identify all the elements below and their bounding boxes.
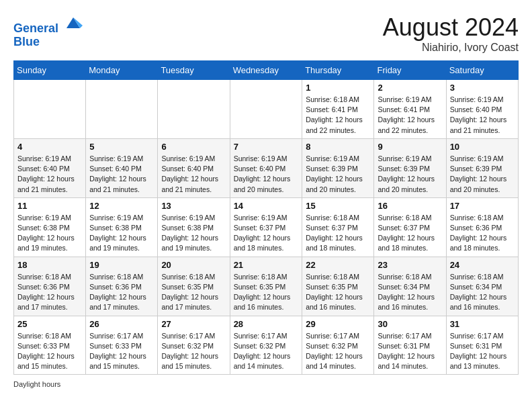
day-info: Sunrise: 6:18 AM Sunset: 6:33 PM Dayligh… (17, 331, 82, 372)
day-number: 25 (17, 319, 82, 329)
calendar-cell: 11Sunrise: 6:19 AM Sunset: 6:38 PM Dayli… (14, 197, 86, 257)
day-info: Sunrise: 6:17 AM Sunset: 6:31 PM Dayligh… (450, 331, 515, 372)
calendar-cell: 10Sunrise: 6:19 AM Sunset: 6:39 PM Dayli… (446, 138, 518, 197)
day-info: Sunrise: 6:18 AM Sunset: 6:35 PM Dayligh… (161, 272, 226, 313)
day-info: Sunrise: 6:19 AM Sunset: 6:40 PM Dayligh… (17, 154, 82, 195)
calendar-cell: 6Sunrise: 6:19 AM Sunset: 6:40 PM Daylig… (158, 138, 230, 197)
day-number: 15 (306, 201, 370, 211)
day-info: Sunrise: 6:18 AM Sunset: 6:37 PM Dayligh… (306, 213, 370, 254)
day-info: Sunrise: 6:18 AM Sunset: 6:41 PM Dayligh… (306, 95, 370, 136)
calendar-cell: 5Sunrise: 6:19 AM Sunset: 6:40 PM Daylig… (86, 138, 158, 197)
location: Niahirio, Ivory Coast (383, 42, 519, 54)
day-info: Sunrise: 6:17 AM Sunset: 6:32 PM Dayligh… (306, 331, 370, 372)
day-number: 26 (89, 319, 154, 329)
calendar-week-row: 4Sunrise: 6:19 AM Sunset: 6:40 PM Daylig… (14, 138, 519, 197)
day-number: 13 (161, 201, 226, 211)
calendar-header-thursday: Thursday (302, 61, 374, 80)
calendar-week-row: 18Sunrise: 6:18 AM Sunset: 6:36 PM Dayli… (14, 257, 519, 316)
calendar-cell: 16Sunrise: 6:18 AM Sunset: 6:37 PM Dayli… (374, 197, 446, 257)
calendar-cell (14, 80, 86, 139)
calendar-cell: 4Sunrise: 6:19 AM Sunset: 6:40 PM Daylig… (14, 138, 86, 197)
calendar-cell: 15Sunrise: 6:18 AM Sunset: 6:37 PM Dayli… (302, 197, 374, 257)
calendar-header-sunday: Sunday (14, 61, 86, 80)
calendar-cell: 24Sunrise: 6:18 AM Sunset: 6:34 PM Dayli… (446, 257, 518, 316)
day-info: Sunrise: 6:18 AM Sunset: 6:35 PM Dayligh… (234, 272, 299, 313)
calendar-cell: 22Sunrise: 6:18 AM Sunset: 6:35 PM Dayli… (302, 257, 374, 316)
calendar-cell: 18Sunrise: 6:18 AM Sunset: 6:36 PM Dayli… (14, 257, 86, 316)
calendar-cell: 25Sunrise: 6:18 AM Sunset: 6:33 PM Dayli… (14, 316, 86, 375)
calendar-week-row: 11Sunrise: 6:19 AM Sunset: 6:38 PM Dayli… (14, 197, 519, 257)
day-number: 2 (378, 83, 442, 93)
calendar-table: SundayMondayTuesdayWednesdayThursdayFrid… (13, 60, 519, 375)
calendar-cell: 30Sunrise: 6:17 AM Sunset: 6:31 PM Dayli… (374, 316, 446, 375)
calendar-cell: 8Sunrise: 6:19 AM Sunset: 6:39 PM Daylig… (302, 138, 374, 197)
day-number: 6 (161, 142, 226, 152)
calendar-cell (86, 80, 158, 139)
day-number: 27 (161, 319, 226, 329)
day-number: 24 (450, 260, 515, 270)
day-number: 21 (234, 260, 299, 270)
calendar-cell: 20Sunrise: 6:18 AM Sunset: 6:35 PM Dayli… (158, 257, 230, 316)
calendar-week-row: 25Sunrise: 6:18 AM Sunset: 6:33 PM Dayli… (14, 316, 519, 375)
day-info: Sunrise: 6:18 AM Sunset: 6:36 PM Dayligh… (450, 213, 515, 254)
day-number: 28 (234, 319, 299, 329)
calendar-cell: 12Sunrise: 6:19 AM Sunset: 6:38 PM Dayli… (86, 197, 158, 257)
day-number: 12 (89, 201, 154, 211)
calendar-header-saturday: Saturday (446, 61, 518, 80)
day-info: Sunrise: 6:19 AM Sunset: 6:39 PM Dayligh… (378, 154, 442, 195)
calendar-cell: 13Sunrise: 6:19 AM Sunset: 6:38 PM Dayli… (158, 197, 230, 257)
day-info: Sunrise: 6:19 AM Sunset: 6:38 PM Dayligh… (89, 213, 154, 254)
daylight-label: Daylight hours (13, 380, 60, 388)
day-number: 7 (234, 142, 299, 152)
day-info: Sunrise: 6:17 AM Sunset: 6:33 PM Dayligh… (89, 331, 154, 372)
month-title: August 2024 (383, 13, 519, 42)
calendar-cell: 19Sunrise: 6:18 AM Sunset: 6:36 PM Dayli… (86, 257, 158, 316)
calendar-cell (158, 80, 230, 139)
day-number: 17 (450, 201, 515, 211)
day-number: 22 (306, 260, 370, 270)
calendar-cell: 28Sunrise: 6:17 AM Sunset: 6:32 PM Dayli… (230, 316, 302, 375)
calendar-header-friday: Friday (374, 61, 446, 80)
day-number: 1 (306, 83, 370, 93)
calendar-cell: 21Sunrise: 6:18 AM Sunset: 6:35 PM Dayli… (230, 257, 302, 316)
day-number: 18 (17, 260, 82, 270)
page-header: General Blue August 2024 Niahirio, Ivory… (13, 13, 519, 54)
day-number: 9 (378, 142, 442, 152)
title-block: August 2024 Niahirio, Ivory Coast (383, 13, 519, 54)
day-info: Sunrise: 6:18 AM Sunset: 6:34 PM Dayligh… (378, 272, 442, 313)
day-info: Sunrise: 6:19 AM Sunset: 6:38 PM Dayligh… (161, 213, 226, 254)
day-info: Sunrise: 6:19 AM Sunset: 6:37 PM Dayligh… (234, 213, 299, 254)
day-info: Sunrise: 6:19 AM Sunset: 6:39 PM Dayligh… (306, 154, 370, 195)
logo-text: General (13, 13, 83, 36)
day-info: Sunrise: 6:18 AM Sunset: 6:37 PM Dayligh… (378, 213, 442, 254)
day-number: 31 (450, 319, 515, 329)
day-number: 14 (234, 201, 299, 211)
day-info: Sunrise: 6:19 AM Sunset: 6:40 PM Dayligh… (450, 95, 515, 136)
day-number: 16 (378, 201, 442, 211)
calendar-cell: 2Sunrise: 6:19 AM Sunset: 6:41 PM Daylig… (374, 80, 446, 139)
calendar-cell: 27Sunrise: 6:17 AM Sunset: 6:32 PM Dayli… (158, 316, 230, 375)
day-number: 29 (306, 319, 370, 329)
calendar-header-tuesday: Tuesday (158, 61, 230, 80)
logo-blue: Blue (13, 36, 83, 49)
calendar-cell: 26Sunrise: 6:17 AM Sunset: 6:33 PM Dayli… (86, 316, 158, 375)
day-info: Sunrise: 6:19 AM Sunset: 6:40 PM Dayligh… (234, 154, 299, 195)
calendar-cell: 29Sunrise: 6:17 AM Sunset: 6:32 PM Dayli… (302, 316, 374, 375)
calendar-cell: 14Sunrise: 6:19 AM Sunset: 6:37 PM Dayli… (230, 197, 302, 257)
day-info: Sunrise: 6:18 AM Sunset: 6:36 PM Dayligh… (17, 272, 82, 313)
day-info: Sunrise: 6:18 AM Sunset: 6:35 PM Dayligh… (306, 272, 370, 313)
calendar-cell: 3Sunrise: 6:19 AM Sunset: 6:40 PM Daylig… (446, 80, 518, 139)
day-number: 10 (450, 142, 515, 152)
day-number: 11 (17, 201, 82, 211)
calendar-cell: 17Sunrise: 6:18 AM Sunset: 6:36 PM Dayli… (446, 197, 518, 257)
day-info: Sunrise: 6:18 AM Sunset: 6:36 PM Dayligh… (89, 272, 154, 313)
day-info: Sunrise: 6:19 AM Sunset: 6:41 PM Dayligh… (378, 95, 442, 136)
day-info: Sunrise: 6:17 AM Sunset: 6:32 PM Dayligh… (161, 331, 226, 372)
day-info: Sunrise: 6:17 AM Sunset: 6:32 PM Dayligh… (234, 331, 299, 372)
day-number: 23 (378, 260, 442, 270)
calendar-cell: 9Sunrise: 6:19 AM Sunset: 6:39 PM Daylig… (374, 138, 446, 197)
day-number: 5 (89, 142, 154, 152)
day-info: Sunrise: 6:17 AM Sunset: 6:31 PM Dayligh… (378, 331, 442, 372)
calendar-cell (230, 80, 302, 139)
day-number: 20 (161, 260, 226, 270)
